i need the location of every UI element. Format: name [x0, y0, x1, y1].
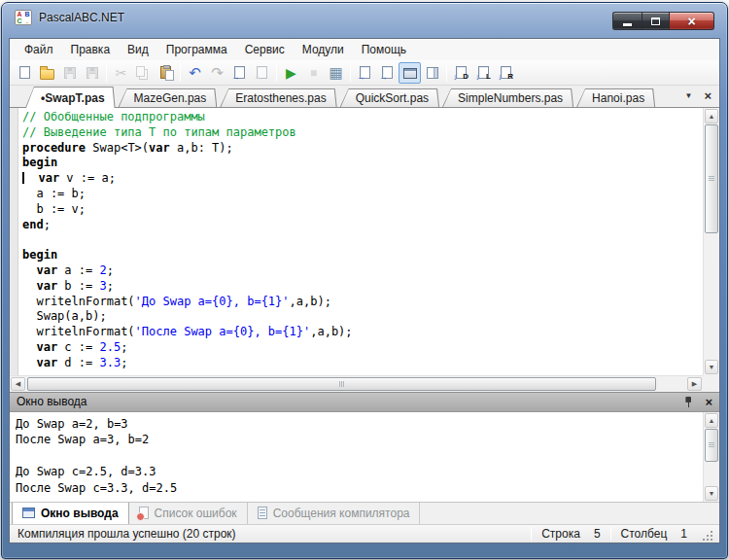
redo-icon[interactable]: ↷: [206, 62, 228, 84]
minimize-button[interactable]: [612, 12, 642, 30]
bottomtab-errors[interactable]: Список ошибок: [129, 503, 248, 524]
tab-hanoi[interactable]: Hanoi.pas: [576, 88, 655, 107]
editor-vscroll-thumb[interactable]: [705, 124, 718, 233]
paste-icon[interactable]: [155, 62, 177, 84]
status-separator: [610, 527, 611, 541]
output-line: До Swap c=2.5, d=3.3: [16, 464, 703, 480]
code-token: Swap<T>(: [86, 141, 149, 155]
output-line: После Swap a=3, b=2: [16, 432, 703, 448]
code-token: a,b: T);: [170, 141, 233, 155]
toolbar-separator: [446, 64, 447, 82]
cut-icon[interactable]: ✂: [110, 62, 132, 84]
code-token: ,a,b);: [310, 325, 352, 338]
scroll-up-icon[interactable]: ▲: [705, 109, 718, 123]
scroll-right-icon[interactable]: ▶: [687, 377, 702, 391]
maximize-icon: [651, 18, 660, 25]
step-into-icon[interactable]: →: [376, 62, 399, 84]
menu-program[interactable]: Программа: [157, 40, 236, 59]
client-area: ФайлПравкаВидПрограммаСервисМодулиПомощь…: [9, 38, 720, 543]
code-line: var a := 2;: [22, 263, 703, 279]
document-tabs: •SwapT.pasMazeGen.pasEratosthenes.pasQui…: [10, 86, 719, 108]
menu-service[interactable]: Сервис: [236, 40, 294, 59]
code-token: // Обобщенные подпрограммы: [22, 110, 205, 123]
code-token: var: [36, 279, 57, 293]
close-icon: ×: [687, 15, 695, 28]
menu-help[interactable]: Помощь: [353, 40, 415, 59]
arrow-overlay-icon: →: [357, 73, 365, 82]
close-button[interactable]: ×: [670, 12, 714, 30]
scroll-left-icon[interactable]: ◀: [11, 377, 25, 391]
code-line: var c := 2.5;: [22, 340, 703, 356]
code-token: ,a,b);: [290, 295, 331, 308]
scroll-down-icon[interactable]: ▼: [705, 360, 718, 374]
code-line: Swap(a,b);: [22, 309, 703, 325]
dock-l-icon[interactable]: ↓L: [472, 62, 495, 84]
editor-horizontal-scrollbar[interactable]: ◀ ▶: [10, 375, 703, 392]
tab-list-dropdown-icon[interactable]: ▼: [684, 91, 692, 100]
save-icon: [64, 67, 76, 79]
code-token: // Выведение типа T по типам параметров: [22, 125, 296, 139]
code-editor[interactable]: // Обобщенные подпрограммы// Выведение т…: [10, 108, 703, 375]
code-line: writelnFormat('После Swap a={0}, b={1}',…: [22, 325, 703, 340]
code-token: ;: [107, 279, 114, 293]
run-icon[interactable]: ▶: [280, 62, 302, 84]
resize-grip[interactable]: [701, 530, 713, 542]
code-token: begin: [22, 248, 57, 262]
code-token: a :=: [57, 263, 99, 277]
output-vertical-scrollbar[interactable]: ▲ ▼: [703, 412, 719, 502]
menu-edit[interactable]: Правка: [62, 40, 120, 59]
code-token: [22, 279, 36, 293]
scroll-down-icon[interactable]: ▼: [705, 486, 718, 501]
dock-l-icon: ↓L: [478, 66, 489, 79]
console-toggle-icon[interactable]: [399, 62, 421, 84]
output-close-icon[interactable]: ×: [705, 396, 712, 408]
save-all-icon[interactable]: [81, 62, 103, 84]
code-token: 2: [100, 263, 107, 277]
pin-icon[interactable]: [684, 396, 693, 408]
tab-eratosthenes[interactable]: Eratosthenes.pas: [220, 88, 336, 107]
menu-view[interactable]: Вид: [119, 40, 157, 59]
dock-d-icon[interactable]: ↓D: [450, 62, 472, 84]
tab-quicksort[interactable]: QuickSort.pas: [340, 88, 439, 107]
tab-simplenumbers[interactable]: SimpleNumbers.pas: [442, 88, 573, 107]
code-line: a := b;: [22, 187, 703, 202]
scroll-up-icon[interactable]: ▲: [705, 413, 718, 428]
window-title: PascalABC.NET: [39, 11, 124, 24]
editor-hscroll-thumb[interactable]: [27, 377, 656, 391]
copy-icon[interactable]: [132, 62, 155, 84]
maximize-button[interactable]: [642, 12, 670, 30]
code-token: writelnFormat(: [22, 325, 135, 338]
menu-file[interactable]: Файл: [16, 40, 62, 59]
bottomtab-output[interactable]: Окно вывода: [12, 503, 129, 524]
dock-r-icon[interactable]: ↓R: [495, 62, 517, 84]
pascalabc-window: ABC. PascalABC.NET × ФайлПравкаВидПрогра…: [0, 0, 729, 560]
code-token: b := v;: [22, 202, 86, 216]
tab-close-icon[interactable]: ×: [704, 89, 712, 102]
step-over-icon[interactable]: →: [354, 62, 376, 84]
code-line: begin: [22, 156, 703, 171]
stop-icon[interactable]: ■: [302, 62, 325, 84]
output-panel-header[interactable]: Окно вывода ×: [10, 392, 719, 412]
step-into-icon: →: [382, 66, 393, 79]
code-token: 3.3: [100, 356, 122, 369]
tab-swapt[interactable]: •SwapT.pas: [25, 87, 116, 108]
save-all-icon: [87, 67, 98, 79]
open-file-icon[interactable]: [36, 62, 58, 84]
code-token: [22, 340, 36, 354]
menu-modules[interactable]: Модули: [294, 40, 353, 59]
save-icon[interactable]: [58, 62, 81, 84]
new-file-icon[interactable]: [14, 62, 36, 84]
bottomtab-compiler-messages[interactable]: Сообщения компилятора: [248, 503, 421, 524]
tab-label: SimpleNumbers.pas: [443, 89, 573, 107]
status-bar: Компиляция прошла успешно (20 строк) Стр…: [10, 524, 719, 542]
window-arrow-icon-1[interactable]: →: [228, 62, 251, 84]
output-text[interactable]: До Swap a=2, b=3После Swap a=3, b=2 До S…: [10, 412, 703, 502]
tab-mazegen[interactable]: MazeGen.pas: [119, 88, 218, 107]
undo-icon[interactable]: ↶: [184, 62, 206, 84]
show-form-icon[interactable]: ▦: [325, 62, 347, 84]
window-arrow-icon-1: →: [234, 66, 245, 79]
output-panel-icon[interactable]: [421, 62, 443, 84]
editor-vertical-scrollbar[interactable]: ▲ ▼: [703, 108, 719, 375]
output-vscroll-thumb[interactable]: [705, 429, 718, 462]
window-arrow-icon-2[interactable]: →: [251, 62, 273, 84]
